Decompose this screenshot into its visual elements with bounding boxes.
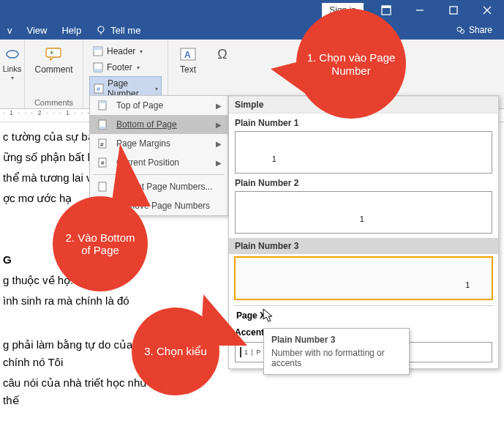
footer-icon: [92, 62, 104, 73]
tooltip-body: Number with no formatting or accents: [271, 348, 402, 368]
gallery-item-plain-1[interactable]: Plain Number 1 1: [229, 113, 498, 174]
share-button[interactable]: Share: [448, 21, 498, 40]
links-label: Links: [3, 64, 22, 73]
current-position-icon: #: [96, 157, 109, 168]
tab-help[interactable]: Help: [54, 21, 89, 40]
page-margins-icon: #: [96, 138, 109, 149]
svg-rect-16: [94, 69, 102, 72]
svg-text:#: #: [101, 160, 105, 166]
bottom-of-page-icon: [96, 119, 109, 130]
gallery-item-title: Plain Number 2: [235, 178, 492, 188]
svg-rect-24: [99, 127, 106, 129]
svg-rect-1: [382, 6, 391, 8]
svg-text:✶: ✶: [49, 49, 55, 56]
footer-button[interactable]: Footer▾: [89, 60, 162, 75]
svg-text:#: #: [97, 86, 100, 93]
callout-tail: [111, 144, 151, 206]
accent-bar-icon: [240, 347, 241, 357]
gallery-preview: 1: [235, 191, 492, 234]
callout-text: 3. Chọn kiểu: [144, 345, 207, 358]
tab-view[interactable]: View: [20, 21, 55, 40]
menu-label: Bottom of Page: [116, 119, 177, 130]
top-of-page-icon: [96, 100, 109, 111]
share-icon: [454, 24, 466, 36]
header-label: Header: [107, 46, 135, 56]
doc-line: ình sinh ra mà chính là đó: [3, 292, 161, 310]
menu-top-of-page[interactable]: Top of Page ▶: [90, 96, 227, 115]
submenu-arrow-icon: ▶: [216, 121, 222, 129]
annotation-callout-2: 2. Vào Bottom of Page: [53, 196, 148, 291]
format-icon: [96, 181, 109, 193]
text-label: Text: [180, 64, 196, 75]
gallery-preview: 1: [235, 131, 492, 174]
gallery-item-plain-3[interactable]: Plain Number 3 1: [229, 234, 498, 299]
gallery-item-title: Plain Number 3: [229, 238, 498, 254]
text-box-icon: A: [178, 45, 198, 63]
text-box-button[interactable]: A Text: [174, 42, 202, 78]
svg-point-9: [460, 30, 464, 34]
svg-rect-22: [99, 101, 106, 103]
svg-rect-3: [450, 7, 457, 14]
tooltip: Plain Number 3 Number with no formatting…: [263, 328, 410, 375]
submenu-arrow-icon: ▶: [216, 140, 222, 148]
tab-prev: v: [6, 21, 20, 40]
omega-icon: Ω: [214, 47, 231, 62]
close-button[interactable]: [470, 0, 504, 21]
comment-icon: ✶: [44, 45, 64, 63]
svg-point-6: [98, 26, 104, 32]
svg-rect-14: [94, 47, 102, 50]
window-titlebar: Sign in: [0, 0, 504, 21]
links-group-label: [6, 105, 18, 107]
annotation-callout-3: 3. Chọn kiểu: [132, 308, 219, 395]
svg-text:#: #: [100, 141, 104, 148]
lightbulb-icon: [96, 21, 106, 40]
menu-bottom-of-page[interactable]: Bottom of Page ▶: [90, 115, 227, 134]
svg-rect-29: [99, 182, 106, 191]
gallery-category-pagex: Page X: [233, 305, 494, 324]
tooltip-title: Plain Number 3: [271, 335, 402, 345]
comment-button[interactable]: ✶ Comment: [31, 42, 77, 78]
header-icon: [92, 45, 104, 57]
svg-text:A: A: [184, 50, 191, 60]
gallery-item-title: Plain Number 1: [235, 118, 492, 128]
menu-label: Top of Page: [116, 100, 163, 111]
callout-text: 1. Chọn vào Page Number: [306, 51, 396, 77]
maximize-button[interactable]: [437, 0, 470, 21]
links-icon: [2, 45, 23, 63]
svg-point-10: [7, 51, 18, 58]
page-number-icon: #: [93, 83, 105, 94]
callout-text: 2. Vào Bottom of Page: [63, 231, 138, 256]
ribbon-tabs: v View Help Tell me Share: [0, 21, 504, 40]
symbol-button[interactable]: Ω: [214, 44, 231, 64]
share-label: Share: [469, 25, 492, 35]
links-button[interactable]: Links ▾: [6, 42, 18, 84]
header-button[interactable]: Header▾: [89, 44, 162, 59]
submenu-arrow-icon: ▶: [216, 159, 222, 167]
comment-label: Comment: [35, 64, 73, 75]
submenu-arrow-icon: ▶: [216, 102, 222, 110]
doc-line: câu nói của nhà triết học như thế: [3, 374, 161, 409]
annotation-callout-1: 1. Chọn vào Page Number: [296, 9, 406, 119]
gallery-preview: 1: [235, 257, 492, 299]
comments-group-label: Comments: [31, 97, 77, 107]
gallery-item-plain-2[interactable]: Plain Number 2 1: [229, 174, 498, 234]
tell-me-search[interactable]: Tell me: [110, 21, 148, 40]
minimize-button[interactable]: [403, 0, 437, 21]
footer-label: Footer: [107, 62, 132, 72]
